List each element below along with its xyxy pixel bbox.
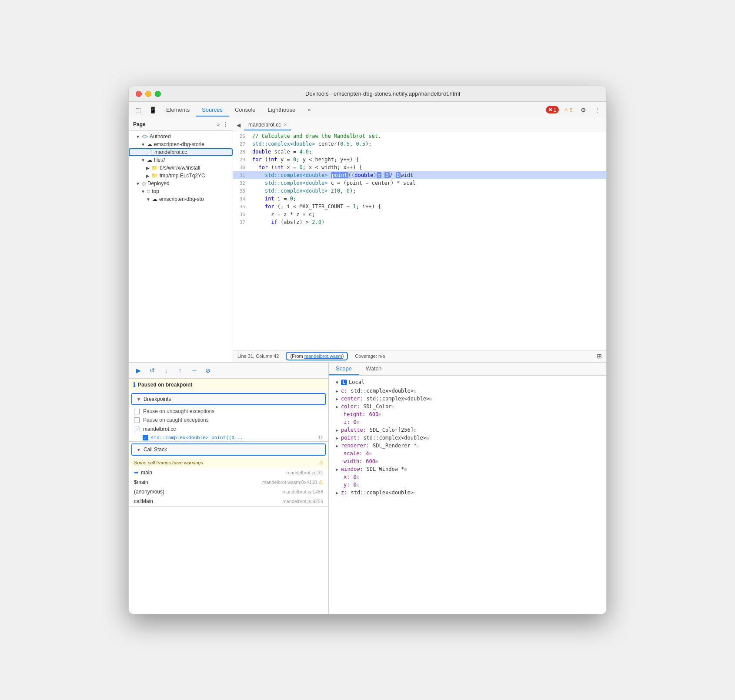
line-number: 26	[233, 133, 249, 139]
warning-badge[interactable]: ⚠ 5	[561, 106, 575, 113]
step-over-button[interactable]: ↺	[147, 365, 157, 376]
scope-key: color:	[341, 403, 360, 410]
step-button[interactable]: →	[189, 365, 199, 376]
tab-scope[interactable]: Scope	[329, 363, 359, 375]
line-number: 30	[233, 165, 249, 170]
error-badge[interactable]: ✖ 1	[546, 106, 559, 113]
frame-name: (anonymous)	[134, 489, 164, 495]
tab-console[interactable]: Console	[229, 104, 262, 117]
resume-button[interactable]: ▶	[133, 365, 144, 376]
code-line-34: 34 int i = 0;	[233, 195, 606, 203]
pretty-print-icon[interactable]: ⊞	[597, 353, 602, 360]
scope-item-height: height: 600⊞	[329, 410, 606, 418]
scope-key: center:	[341, 396, 363, 402]
call-frame-anon[interactable]: (anonymous) mandelbrot.js:1488	[129, 487, 328, 497]
scope-key: window:	[341, 466, 363, 472]
file-tab-mandelbrot[interactable]: mandelbrot.cc ×	[244, 120, 291, 130]
expand-icon: ▶	[336, 397, 338, 401]
scope-item-renderer[interactable]: ▶ renderer: SDL_Renderer *⊞	[329, 442, 606, 450]
device-icon[interactable]: 📱	[147, 104, 158, 116]
scope-item-x: x: 0⊞	[329, 473, 606, 481]
bp-text: std::complex<double> point((d...	[151, 435, 243, 440]
sidebar-item-authored[interactable]: ▼ <> Authored	[129, 133, 233, 140]
paused-banner: ℹ Paused on breakpoint	[129, 379, 328, 391]
pause-uncaught-item[interactable]: Pause on uncaught exceptions	[129, 407, 328, 416]
call-frame-smain[interactable]: $main mandelbrot.wasm:0x4118 ⚠	[129, 477, 328, 487]
line-content: if (abs(z) > 2.0)	[249, 219, 324, 225]
tab-lighthouse[interactable]: Lighthouse	[262, 104, 302, 117]
close-icon[interactable]: ×	[284, 122, 287, 128]
line-content: for (int x = 0; x < width; x++) {	[249, 164, 362, 170]
scope-item-center[interactable]: ▶ center: std::complex<double>⊞	[329, 395, 606, 403]
code-line-32: 32 std::complex<double> c = (point − cen…	[233, 179, 606, 187]
tab-elements[interactable]: Elements	[160, 104, 196, 117]
sidebar-menu-icon[interactable]: ⋮	[222, 121, 228, 128]
scope-value: 600⊞	[366, 458, 378, 464]
tab-watch[interactable]: Watch	[359, 363, 388, 375]
arrow-icon: ▶	[146, 166, 150, 170]
folder-icon: 📁	[151, 173, 158, 179]
step-out-button[interactable]: ↑	[175, 365, 185, 376]
more-options-icon[interactable]: ⋮	[591, 104, 603, 116]
minimize-button[interactable]	[145, 91, 151, 97]
scope-item-i: i: 0⊞	[329, 418, 606, 426]
code-lines: 26 // Calculate and draw the Mandelbrot …	[233, 132, 606, 350]
sidebar-item-emscripten[interactable]: ▼ ☁ emscripten-dbg-storie	[129, 140, 233, 148]
step-into-button[interactable]: ↓	[161, 365, 171, 376]
scope-item-c[interactable]: ▶ c: std::complex<double>⊞	[329, 387, 606, 395]
line-number: 37	[233, 220, 249, 225]
scope-local-label[interactable]: ▼ L Local	[329, 377, 606, 387]
sidebar-more-icon[interactable]: »	[217, 122, 220, 127]
pause-uncaught-checkbox[interactable]	[134, 409, 140, 414]
debug-toolbar: ▶ ↺ ↓ ↑ → ⊘	[129, 363, 328, 379]
scope-item-point[interactable]: ▶ point: std::complex<double>⊞	[329, 434, 606, 442]
sidebar-item-file[interactable]: ▼ ☁ file://	[129, 156, 233, 164]
line-content: double scale = 4.0;	[249, 149, 312, 155]
call-frame-main[interactable]: ➡ main mandelbrot.cc:31	[129, 468, 328, 477]
sidebar-item-mandelbrot-cc[interactable]: 📄 mandelbrot.cc	[129, 148, 233, 156]
call-frame-callmain[interactable]: callMain mandelbrot.js:9256	[129, 497, 328, 506]
scope-item-y: y: 0⊞	[329, 481, 606, 489]
file-icon: 📄	[134, 426, 140, 432]
sidebar-item-top[interactable]: ▼ □ top	[129, 187, 233, 195]
scope-badge: L	[341, 380, 347, 385]
sidebar-item-emscripten-deployed[interactable]: ▼ ☁ emscripten-dbg-sto	[129, 195, 233, 203]
breakpoints-label: Breakpoints	[144, 396, 171, 402]
sidebar: Page » ⋮ ▼ <> Authored ▼ ☁ emscripten-db…	[129, 118, 233, 362]
breakpoints-header[interactable]: ▼ Breakpoints	[132, 394, 325, 404]
line-number: 28	[233, 149, 249, 155]
sidebar-item-tmp[interactable]: ▶ 📁 tmp/tmp.ELcTq2YC	[129, 172, 233, 180]
file-tab-bar: ◀ mandelbrot.cc ×	[233, 118, 606, 132]
call-stack-header[interactable]: ▼ Call Stack	[132, 444, 325, 455]
tab-sources[interactable]: Sources	[196, 104, 229, 117]
code-line-28: 28 double scale = 4.0;	[233, 148, 606, 156]
callstack-section: ▼ Call Stack	[131, 443, 326, 456]
bp-checkbox[interactable]: ✓	[143, 435, 148, 440]
call-frame-name: $main	[134, 479, 148, 485]
close-button[interactable]	[136, 91, 142, 97]
pause-caught-item[interactable]: Pause on caught exceptions	[129, 416, 328, 424]
warning-icon: ⚠	[318, 479, 323, 485]
tag-icon: <>	[142, 133, 148, 140]
settings-icon[interactable]: ⚙	[578, 104, 589, 116]
scope-value: SDL_Window *⊞	[367, 466, 407, 472]
scope-item-z[interactable]: ▶ z: std::complex<double>⊞	[329, 489, 606, 497]
scope-item-window[interactable]: ▶ window: SDL_Window *⊞	[329, 465, 606, 473]
sidebar-toggle-icon[interactable]: ◀	[237, 122, 241, 128]
deactivate-button[interactable]: ⊘	[203, 365, 213, 376]
maximize-button[interactable]	[155, 91, 161, 97]
bp-breakpoint-item[interactable]: ✓ std::complex<double> point((d... 31	[129, 434, 328, 441]
coverage-label: Coverage: n/a	[355, 353, 385, 359]
breakpoints-section-container: ▼ Breakpoints Pause on uncaught exceptio…	[129, 393, 328, 442]
code-line-31: 31 std::complex<double> point((double)x …	[233, 171, 606, 179]
expand-icon: ▶	[336, 428, 338, 433]
pause-caught-checkbox[interactable]	[134, 417, 140, 423]
inspect-icon[interactable]: ⬚	[132, 104, 144, 116]
scope-item-palette[interactable]: ▶ palette: SDL_Color[256]⊞	[329, 426, 606, 434]
sidebar-item-deployed[interactable]: ▼ ◇ Deployed	[129, 180, 233, 187]
scope-item-color[interactable]: ▶ color: SDL_Color⊞	[329, 403, 606, 410]
arrow-icon: ▶	[146, 173, 150, 178]
sidebar-item-install[interactable]: ▶ 📁 b/s/w/ir/x/w/install	[129, 164, 233, 172]
tab-more[interactable]: »	[301, 104, 317, 117]
code-editor[interactable]: 26 // Calculate and draw the Mandelbrot …	[233, 132, 606, 350]
